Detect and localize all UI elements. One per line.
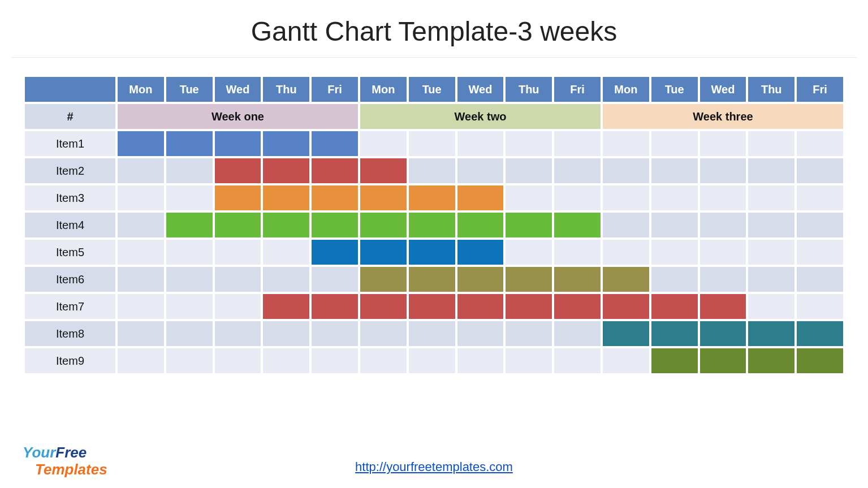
gantt-table: MonTueWedThuFriMonTueWedThuFriMonTueWedT…	[23, 75, 845, 375]
gantt-empty-cell	[700, 240, 746, 265]
gantt-bar-cell	[554, 267, 601, 292]
day-header: Mon	[118, 77, 164, 102]
gantt-bar-cell	[603, 267, 649, 292]
gantt-bar-cell	[603, 321, 649, 346]
item-label: Item4	[25, 213, 115, 237]
gantt-empty-cell	[118, 267, 164, 292]
gantt-empty-cell	[166, 158, 213, 183]
gantt-bar-cell	[215, 158, 261, 183]
gantt-empty-cell	[554, 158, 601, 183]
gantt-empty-cell	[457, 131, 504, 156]
gantt-bar-cell	[312, 131, 358, 156]
gantt-empty-cell	[797, 267, 843, 292]
gantt-bar-cell	[263, 213, 309, 237]
gantt-empty-cell	[215, 348, 261, 373]
gantt-bar-cell	[263, 158, 309, 183]
day-header: Wed	[700, 77, 746, 102]
gantt-empty-cell	[603, 348, 649, 373]
gantt-empty-cell	[797, 294, 843, 319]
gantt-empty-cell	[506, 321, 552, 346]
gantt-bar-cell	[166, 131, 213, 156]
gantt-row: Item1	[25, 131, 843, 156]
logo-your: Your	[23, 444, 55, 461]
gantt-body: Item1Item2Item3Item4Item5Item6Item7Item8…	[25, 131, 843, 373]
gantt-empty-cell	[215, 321, 261, 346]
item-label: Item7	[25, 294, 115, 319]
gantt-empty-cell	[166, 240, 213, 265]
gantt-empty-cell	[215, 294, 261, 319]
gantt-empty-cell	[554, 348, 601, 373]
gantt-bar-cell	[312, 240, 358, 265]
logo-templates: Templates	[35, 462, 107, 477]
gantt-empty-cell	[166, 267, 213, 292]
week-hash: #	[25, 104, 115, 129]
gantt-empty-cell	[700, 131, 746, 156]
day-header: Tue	[409, 77, 455, 102]
logo: YourFree Templates	[23, 445, 107, 477]
gantt-bar-cell	[651, 348, 698, 373]
gantt-bar-cell	[457, 213, 504, 237]
item-label: Item5	[25, 240, 115, 265]
gantt-bar-cell	[215, 213, 261, 237]
day-header: Fri	[312, 77, 358, 102]
day-header: Tue	[651, 77, 698, 102]
gantt-empty-cell	[748, 131, 794, 156]
logo-free: Free	[55, 444, 87, 461]
gantt-bar-cell	[263, 185, 309, 210]
gantt-empty-cell	[409, 348, 455, 373]
gantt-bar-cell	[360, 213, 407, 237]
gantt-bar-cell	[700, 321, 746, 346]
gantt-bar-cell	[360, 294, 407, 319]
footer: YourFree Templates http://yourfreetempla…	[0, 445, 868, 477]
gantt-bar-cell	[360, 240, 407, 265]
gantt-bar-cell	[506, 294, 552, 319]
gantt-empty-cell	[360, 348, 407, 373]
day-header: Mon	[603, 77, 649, 102]
gantt-empty-cell	[700, 267, 746, 292]
day-header: Mon	[360, 77, 407, 102]
gantt-empty-cell	[748, 213, 794, 237]
gantt-bar-cell	[748, 321, 794, 346]
gantt-bar-cell	[554, 294, 601, 319]
day-header: Thu	[263, 77, 309, 102]
gantt-bar-cell	[312, 158, 358, 183]
gantt-row: Item9	[25, 348, 843, 373]
gantt-empty-cell	[748, 294, 794, 319]
gantt-empty-cell	[748, 267, 794, 292]
gantt-bar-cell	[651, 294, 698, 319]
gantt-empty-cell	[506, 185, 552, 210]
gantt-bar-cell	[409, 294, 455, 319]
gantt-empty-cell	[748, 158, 794, 183]
gantt-row: Item7	[25, 294, 843, 319]
gantt-empty-cell	[312, 321, 358, 346]
gantt-empty-cell	[554, 185, 601, 210]
gantt-empty-cell	[651, 131, 698, 156]
gantt-empty-cell	[409, 158, 455, 183]
day-header: Tue	[166, 77, 213, 102]
gantt-empty-cell	[166, 348, 213, 373]
gantt-bar-cell	[651, 321, 698, 346]
gantt-empty-cell	[118, 240, 164, 265]
gantt-bar-cell	[700, 348, 746, 373]
gantt-empty-cell	[797, 240, 843, 265]
gantt-row: Item5	[25, 240, 843, 265]
page-title: Gantt Chart Template-3 weeks	[11, 0, 857, 58]
gantt-chart: MonTueWedThuFriMonTueWedThuFriMonTueWedT…	[23, 75, 845, 375]
gantt-bar-cell	[797, 348, 843, 373]
gantt-header: MonTueWedThuFriMonTueWedThuFriMonTueWedT…	[25, 77, 843, 129]
gantt-bar-cell	[457, 240, 504, 265]
gantt-row: Item8	[25, 321, 843, 346]
day-header: Thu	[506, 77, 552, 102]
gantt-empty-cell	[312, 267, 358, 292]
gantt-empty-cell	[603, 158, 649, 183]
gantt-empty-cell	[797, 185, 843, 210]
gantt-empty-cell	[603, 131, 649, 156]
gantt-empty-cell	[797, 158, 843, 183]
item-label: Item3	[25, 185, 115, 210]
gantt-empty-cell	[700, 158, 746, 183]
gantt-empty-cell	[118, 321, 164, 346]
gantt-empty-cell	[263, 348, 309, 373]
gantt-empty-cell	[263, 240, 309, 265]
gantt-empty-cell	[748, 185, 794, 210]
source-url[interactable]: http://yourfreetemplates.com	[355, 460, 513, 474]
